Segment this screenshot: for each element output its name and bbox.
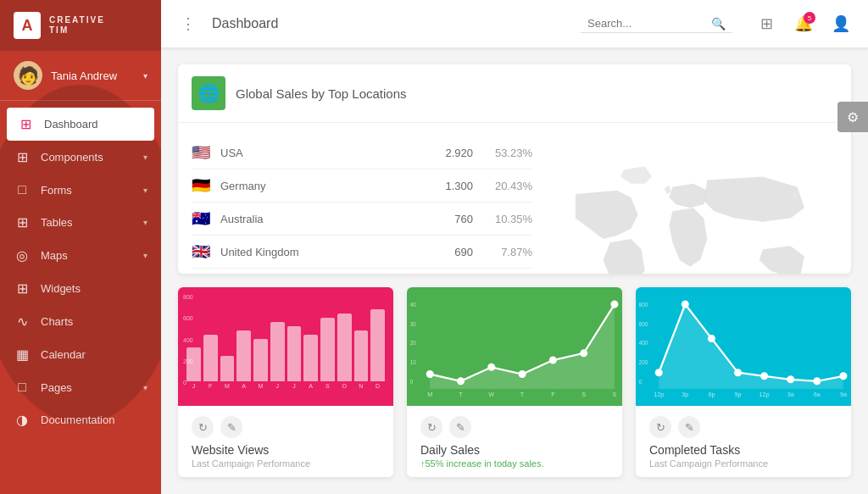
chart-area: 8006004002000 12p3p6p9p12p3a6a9a bbox=[636, 287, 851, 406]
bar-column: M bbox=[220, 356, 235, 389]
svg-text:M: M bbox=[427, 391, 432, 398]
sidebar-item-calendar[interactable]: ▦ Calendar bbox=[0, 338, 161, 371]
bar-label: A bbox=[309, 383, 313, 389]
sidebar-item-label: Tables bbox=[41, 216, 73, 229]
dashboard-icon: ⊞ bbox=[17, 116, 34, 132]
edit-button[interactable]: ✎ bbox=[220, 416, 242, 438]
header: ⋮ Dashboard 🔍 ⊞ 🔔 5 👤 bbox=[161, 0, 868, 47]
menu-button[interactable]: ⋮ bbox=[175, 10, 202, 37]
sidebar-item-tables[interactable]: ⊞ Tables ▾ bbox=[0, 206, 161, 239]
country-value: 760 bbox=[422, 213, 473, 225]
svg-text:20: 20 bbox=[410, 340, 417, 346]
bar-column: A bbox=[303, 335, 318, 389]
bar-column: O bbox=[337, 314, 352, 389]
global-sales-body: 🇺🇸 USA 2.920 53.23% 🇩🇪 Germany 1.300 20.… bbox=[178, 123, 851, 274]
flag-icon: 🇩🇪 bbox=[192, 176, 212, 195]
data-point bbox=[581, 350, 587, 356]
edit-button[interactable]: ✎ bbox=[678, 416, 700, 438]
svg-text:9p: 9p bbox=[734, 391, 741, 398]
completed-tasks-card: 8006004002000 12p3p6p9p12p3a6a9a ↻ ✎ Com… bbox=[636, 287, 851, 477]
chart-card-body: ↻ ✎ Website Views Last Campaign Performa… bbox=[178, 406, 393, 477]
svg-text:40: 40 bbox=[410, 302, 417, 308]
bar-label: M bbox=[258, 383, 263, 389]
svg-text:12p: 12p bbox=[760, 391, 770, 398]
edit-button[interactable]: ✎ bbox=[449, 416, 471, 438]
user-profile[interactable]: 🧑 Tania Andrew ▾ bbox=[0, 51, 161, 101]
user-icon[interactable]: 👤 bbox=[827, 10, 854, 37]
sidebar-item-maps[interactable]: ◎ Maps ▾ bbox=[0, 239, 161, 272]
svg-text:W: W bbox=[488, 391, 494, 398]
svg-text:30: 30 bbox=[410, 321, 417, 327]
chart-title: Daily Sales bbox=[420, 443, 609, 457]
refresh-button[interactable]: ↻ bbox=[649, 416, 671, 438]
globe-icon-box: 🌐 bbox=[192, 76, 225, 110]
sidebar-item-forms[interactable]: □ Forms ▾ bbox=[0, 174, 161, 206]
sidebar-nav: ⊞ Dashboard ⊞ Components ▾ □ Forms ▾ ⊞ T… bbox=[0, 101, 161, 494]
chart-area: 403020100 MTWTFSS bbox=[407, 287, 622, 406]
world-map bbox=[549, 136, 837, 274]
daily-sales-card: 403020100 MTWTFSS ↻ ✎ Daily Sales ↑55% i… bbox=[407, 287, 622, 477]
notif-badge: 5 bbox=[804, 12, 815, 24]
charts-icon: ∿ bbox=[14, 314, 31, 330]
sidebar-item-components[interactable]: ⊞ Components ▾ bbox=[0, 141, 161, 174]
chart-title: Website Views bbox=[192, 443, 380, 457]
refresh-button[interactable]: ↻ bbox=[420, 416, 442, 438]
bar-column: A bbox=[236, 330, 251, 389]
chart-actions: ↻ ✎ bbox=[192, 416, 380, 438]
y-axis-labels: 8006004002000 bbox=[183, 294, 193, 386]
bar-label: O bbox=[342, 383, 346, 389]
chart-actions: ↻ ✎ bbox=[649, 416, 837, 438]
pages-icon: □ bbox=[14, 380, 31, 395]
data-point bbox=[427, 371, 433, 377]
country-value: 1.300 bbox=[422, 180, 473, 192]
country-name: USA bbox=[220, 147, 414, 159]
sidebar-item-label: Documentation bbox=[41, 414, 114, 426]
svg-text:S: S bbox=[581, 391, 586, 398]
forms-icon: □ bbox=[14, 182, 31, 197]
data-point bbox=[709, 336, 715, 341]
apps-icon[interactable]: ⊞ bbox=[753, 10, 780, 37]
sidebar-item-widgets[interactable]: ⊞ Widgets bbox=[0, 272, 161, 305]
sidebar-item-charts[interactable]: ∿ Charts bbox=[0, 305, 161, 338]
chevron-icon: ▾ bbox=[143, 186, 147, 195]
bar bbox=[337, 314, 352, 381]
svg-text:0: 0 bbox=[639, 379, 643, 385]
data-point bbox=[682, 301, 688, 307]
search-input[interactable] bbox=[587, 17, 706, 30]
bar-label: M bbox=[225, 383, 230, 389]
sidebar-item-dashboard[interactable]: ⊞ Dashboard bbox=[7, 108, 154, 141]
svg-text:F: F bbox=[551, 391, 555, 398]
sidebar-item-documentation[interactable]: ◑ Documentation bbox=[0, 403, 161, 436]
bar bbox=[220, 356, 235, 381]
website-views-card: 8006004002000 J F M A M J bbox=[178, 287, 393, 477]
country-value: 2.920 bbox=[422, 147, 473, 159]
documentation-icon: ◑ bbox=[14, 412, 31, 428]
content-area: 🌐 Global Sales by Top Locations 🇺🇸 USA 2… bbox=[161, 47, 868, 494]
chevron-icon: ▾ bbox=[143, 251, 147, 260]
chart-subtitle: Last Campaign Performance bbox=[192, 458, 380, 469]
data-point bbox=[519, 371, 525, 377]
table-row: 🇦🇺 Australia 760 10.35% bbox=[192, 203, 532, 236]
sidebar-item-label: Pages bbox=[41, 381, 72, 394]
chevron-down-icon: ▾ bbox=[143, 71, 147, 80]
sidebar-item-pages[interactable]: □ Pages ▾ bbox=[0, 371, 161, 403]
svg-text:6p: 6p bbox=[708, 391, 715, 398]
data-point bbox=[611, 301, 617, 307]
svg-text:3p: 3p bbox=[682, 391, 688, 398]
svg-text:9a: 9a bbox=[840, 391, 848, 398]
chevron-icon: ▾ bbox=[143, 218, 147, 227]
settings-fab[interactable]: ⚙ bbox=[837, 102, 868, 132]
refresh-button[interactable]: ↻ bbox=[192, 416, 214, 438]
chevron-icon: ▾ bbox=[143, 153, 147, 162]
notifications-icon[interactable]: 🔔 5 bbox=[790, 10, 817, 37]
bar bbox=[203, 335, 218, 381]
bar-label: J bbox=[292, 383, 296, 389]
country-pct: 20.43% bbox=[481, 180, 532, 192]
country-pct: 53.23% bbox=[481, 147, 532, 159]
brand-name: CREATIVE TIM bbox=[49, 15, 105, 36]
bar bbox=[303, 335, 318, 381]
chart-actions: ↻ ✎ bbox=[420, 416, 609, 438]
card-stat: ↑55% increase in today sales. bbox=[420, 458, 609, 469]
data-point bbox=[488, 364, 494, 370]
data-point bbox=[735, 369, 741, 375]
